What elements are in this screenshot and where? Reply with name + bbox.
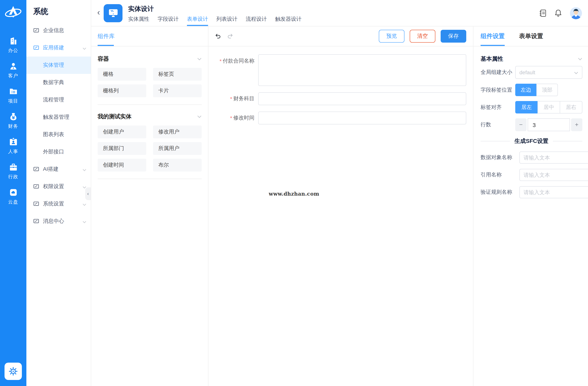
sidebar-item-trigger-mgmt[interactable]: 触发器管理: [26, 108, 91, 126]
form-field-modify-time[interactable]: * 修改时间: [217, 112, 466, 124]
library-item-grid[interactable]: 栅格: [98, 68, 146, 81]
sidebar-item-permission[interactable]: 权限设置: [26, 178, 91, 195]
settings-button[interactable]: [4, 363, 22, 380]
segment-left[interactable]: 左边: [515, 84, 537, 96]
finance-subject-input[interactable]: [258, 92, 466, 105]
tab-trigger-design[interactable]: 触发器设计: [275, 16, 302, 26]
chevron-down-icon: [578, 58, 582, 60]
library-item-modify-user[interactable]: 修改用户: [153, 126, 202, 138]
field-label: * 修改时间: [217, 115, 258, 121]
sidebar-item-label: 权限设置: [43, 183, 64, 190]
library-item-tabs[interactable]: 标签页: [153, 68, 202, 81]
collapse-chevron-icon: ‹: [87, 191, 89, 196]
notebook-icon[interactable]: [539, 9, 546, 17]
project-folder-icon: [8, 87, 18, 96]
rail-item-project[interactable]: 项目: [8, 87, 18, 105]
sidebar-item-system-settings[interactable]: 系统设置: [26, 195, 91, 213]
rail-item-finance[interactable]: 财务: [8, 112, 18, 130]
contract-name-textarea[interactable]: [258, 54, 466, 86]
sidebar-item-label: 图表列表: [43, 131, 64, 138]
clear-button[interactable]: 清空: [410, 30, 435, 43]
rail-item-label: 人事: [8, 149, 18, 155]
notification-bell-icon[interactable]: [554, 9, 562, 17]
sidebar-item-data-dict[interactable]: 数据字典: [26, 74, 91, 91]
library-item-department[interactable]: 所属部门: [98, 142, 146, 155]
redo-icon[interactable]: [227, 33, 233, 39]
tab-list-design[interactable]: 列表设计: [216, 16, 237, 26]
segment-align-center[interactable]: 居中: [538, 101, 560, 113]
setting-label: 行数: [481, 121, 515, 128]
rail-item-clouddisk[interactable]: 云盘: [8, 188, 18, 205]
label-align-segmented: 居左 居中 居右: [515, 101, 582, 113]
decrement-button[interactable]: −: [515, 118, 526, 131]
sidebar-item-process-mgmt[interactable]: 流程管理: [26, 91, 91, 108]
sidebar-item-message-center[interactable]: 消息中心: [26, 213, 91, 230]
library-item-boolean[interactable]: 布尔: [153, 159, 202, 172]
sidebar-item-label: 消息中心: [43, 218, 64, 225]
main-area: ‹ 实体设计 实体属性 字段设计 表单设计 列表设计 流程设计 触发器设计: [91, 0, 588, 386]
screen-edit-icon: [33, 201, 39, 207]
rail-item-customer[interactable]: 客户: [8, 62, 18, 79]
avatar-image: [570, 7, 582, 19]
tab-entity-props[interactable]: 实体属性: [128, 16, 149, 26]
office-building-icon: [8, 36, 18, 46]
history-controls: [215, 33, 233, 39]
library-section-header-container[interactable]: 容器: [98, 52, 202, 66]
segment-align-left[interactable]: 居左: [515, 101, 538, 113]
user-avatar[interactable]: [570, 7, 582, 19]
increment-button[interactable]: +: [571, 118, 582, 131]
rail-item-hr[interactable]: 人事: [8, 137, 18, 155]
tab-process-design[interactable]: 流程设计: [246, 16, 267, 26]
reference-name-input[interactable]: [519, 169, 588, 181]
library-section-header-entity[interactable]: 我的测试实体: [98, 109, 202, 124]
library-item-create-user[interactable]: 创建用户: [98, 126, 146, 138]
save-button[interactable]: 保存: [441, 30, 466, 43]
cloud-disk-icon: [8, 188, 18, 197]
rail-item-office[interactable]: 办公: [8, 36, 18, 54]
sidebar-item-label: 外部接口: [43, 149, 64, 155]
form-field-finance-subject[interactable]: * 财务科目: [217, 92, 466, 105]
monitor-icon: [108, 8, 118, 18]
validation-rule-name-input[interactable]: [519, 186, 588, 198]
screen-edit-icon: [33, 184, 39, 190]
sidebar-collapse-button[interactable]: ‹: [85, 187, 91, 200]
back-button[interactable]: ‹: [97, 8, 100, 17]
basic-props-header[interactable]: 基本属性: [481, 52, 582, 66]
library-item-create-time[interactable]: 创建时间: [98, 159, 146, 172]
tab-field-design[interactable]: 字段设计: [158, 16, 179, 26]
sidebar-item-external-api[interactable]: 外部接口: [26, 143, 91, 161]
field-label-text: 财务科目: [233, 95, 254, 102]
library-item-card[interactable]: 卡片: [153, 85, 202, 97]
form-field-contract-name[interactable]: * 付款合同名称: [217, 54, 466, 86]
required-marker: *: [230, 96, 232, 102]
setting-label: 全局组建大小: [481, 69, 515, 76]
sidebar-item-entity-mgmt[interactable]: 实体管理: [26, 57, 91, 74]
rail-item-admin[interactable]: 行政: [8, 162, 18, 180]
sidebar-item-app-build[interactable]: 应用搭建: [26, 39, 91, 57]
modify-time-input[interactable]: [258, 112, 466, 124]
sidebar-item-label: 数据字典: [43, 79, 64, 86]
library-toolbar: 组件库: [91, 26, 208, 46]
data-object-name-input[interactable]: [519, 151, 588, 164]
library-grid: 创建用户 修改用户 所属部门 所属用户 创建时间 布尔: [98, 126, 202, 172]
screen-edit-icon: [33, 218, 39, 224]
sidebar-item-chart-list[interactable]: 图表列表: [26, 126, 91, 143]
inspector-body: 基本属性 全局组建大小 default: [473, 46, 588, 204]
screen-edit-icon: [33, 27, 39, 34]
segment-align-right[interactable]: 居右: [560, 101, 582, 113]
tab-component-settings[interactable]: 组件设置: [481, 26, 505, 46]
tab-form-settings[interactable]: 表单设置: [519, 26, 543, 46]
sidebar-item-label: AI搭建: [43, 166, 58, 173]
library-item-owner-user[interactable]: 所属用户: [153, 142, 202, 155]
sidebar-item-ai-build[interactable]: AI搭建: [26, 161, 91, 178]
row-count-value[interactable]: 3: [528, 118, 570, 131]
sidebar-item-company-info[interactable]: 企业信息: [26, 22, 91, 39]
preview-button[interactable]: 预览: [379, 30, 404, 43]
library-item-grid-col[interactable]: 栅格列: [98, 85, 146, 97]
tab-component-library[interactable]: 组件库: [98, 26, 115, 46]
undo-icon[interactable]: [215, 33, 221, 39]
segment-top[interactable]: 顶部: [536, 84, 558, 96]
global-size-select[interactable]: default: [515, 66, 582, 79]
divider: [98, 179, 202, 179]
tab-form-design[interactable]: 表单设计: [187, 16, 208, 26]
